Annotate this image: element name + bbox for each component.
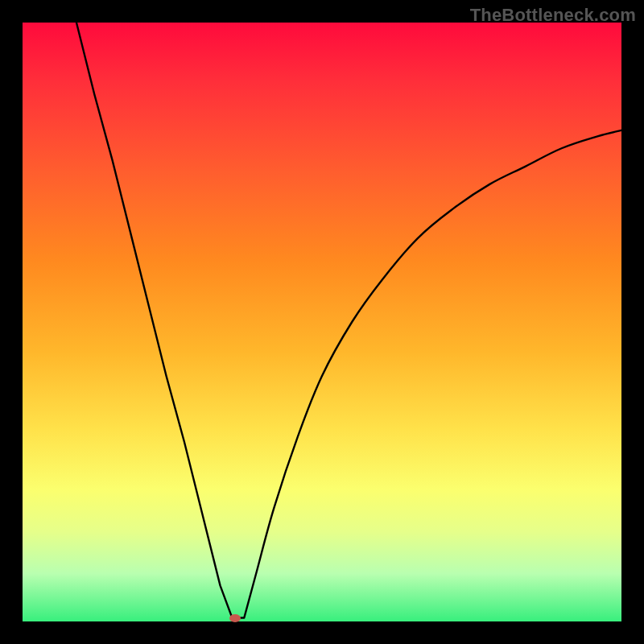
bottleneck-curve (23, 23, 621, 621)
plot-area (23, 23, 621, 621)
chart-frame: TheBottleneck.com (0, 0, 644, 644)
watermark-text: TheBottleneck.com (470, 5, 636, 26)
